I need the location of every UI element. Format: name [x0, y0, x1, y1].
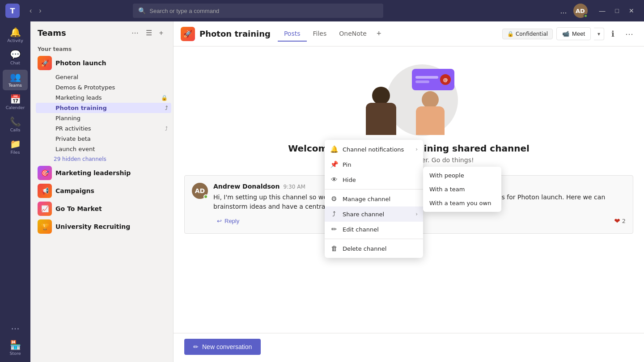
- tab-onenote[interactable]: OneNote: [333, 26, 373, 42]
- channel-more-button[interactable]: ⋯: [622, 27, 637, 41]
- share-icon-training: ⤴: [165, 105, 168, 111]
- sidebar-item-calendar[interactable]: 📅 Calender: [3, 92, 28, 113]
- menu-item-edit-channel[interactable]: ✏ Edit channel: [325, 222, 423, 237]
- chat-label: Chat: [10, 60, 20, 65]
- video-icon: 📹: [562, 30, 569, 37]
- sidebar-item-teams[interactable]: 👥 Teams: [3, 70, 28, 90]
- more-icon: ···: [11, 324, 19, 333]
- sidebar-item-more[interactable]: ···: [3, 322, 28, 336]
- menu-item-channel-notifications[interactable]: 🔔 Channel notifications ›: [325, 142, 423, 157]
- calendar-icon: 📅: [10, 95, 21, 104]
- meet-dropdown-button[interactable]: ▾: [594, 28, 604, 40]
- forward-button[interactable]: ›: [36, 5, 44, 17]
- menu-label-delete-channel: Delete channel: [343, 245, 386, 252]
- chat-icon: 💬: [10, 50, 21, 59]
- teams-icon: 👥: [10, 72, 21, 81]
- sidebar-item-activity[interactable]: 🔔 Activity: [3, 25, 28, 46]
- store-label: Store: [9, 351, 21, 356]
- share-icon-pr: ⤴: [165, 126, 168, 132]
- top-right-actions: ... AD — □ ✕: [557, 4, 638, 18]
- store-icon: 🏪: [10, 341, 21, 349]
- submenu-item-with-team-own[interactable]: With a team you own: [423, 196, 501, 210]
- meet-label: Meet: [572, 30, 585, 37]
- team-avatar-photon-launch: 🚀: [38, 56, 52, 70]
- menu-item-delete-channel[interactable]: 🗑 Delete channel: [325, 241, 423, 256]
- user-avatar[interactable]: AD: [573, 4, 588, 18]
- channel-header-name: Photon training: [199, 29, 271, 38]
- bell-icon: 🔔: [330, 145, 338, 153]
- team-photon-launch[interactable]: 🚀 Photon launch ⋯: [32, 54, 171, 72]
- team-university-recruiting[interactable]: 🏆 University Recruiting ⋯: [32, 218, 171, 236]
- add-tab-button[interactable]: +: [373, 26, 385, 41]
- team-go-to-market[interactable]: 📈 Go To Market ⋯: [32, 200, 171, 218]
- team-campaigns[interactable]: 📢 Campaigns ⋯: [32, 182, 171, 200]
- search-icon: 🔍: [138, 7, 146, 14]
- menu-divider-1: [325, 189, 423, 189]
- menu-label-pin: Pin: [343, 161, 351, 168]
- minimize-button[interactable]: —: [595, 5, 610, 16]
- menu-item-hide[interactable]: 👁 Hide: [325, 172, 423, 187]
- window-controls: — □ ✕: [595, 5, 639, 16]
- team-name-marketing: Marketing leadership: [55, 169, 153, 177]
- gear-icon: ⚙: [330, 195, 338, 203]
- channel-planning[interactable]: Planning: [36, 113, 171, 123]
- back-button[interactable]: ‹: [27, 5, 34, 17]
- channel-marketing-leads[interactable]: Marketing leads 🔒: [36, 93, 171, 103]
- activity-icon: 🔔: [10, 28, 21, 37]
- menu-item-pin[interactable]: 📌 Pin: [325, 157, 423, 172]
- submenu-label-with-team: With a team: [429, 186, 465, 193]
- main-content: 🚀 Photon training Posts Files OneNote + …: [174, 21, 644, 362]
- channel-launch-event[interactable]: Launch event: [36, 144, 171, 154]
- meet-button[interactable]: 📹 Meet: [556, 27, 591, 40]
- calendar-label: Calender: [6, 105, 25, 110]
- submenu-item-with-team[interactable]: With a team: [423, 182, 501, 196]
- channel-name-launch-event: Launch event: [55, 146, 168, 152]
- confidential-badge[interactable]: 🔒 Confidential: [502, 29, 553, 39]
- channel-pr-activities[interactable]: PR activities ⤴: [36, 123, 171, 134]
- team-name-univ: University Recruiting: [55, 223, 153, 230]
- sidebar-add-button[interactable]: +: [157, 27, 166, 39]
- channel-info-button[interactable]: ℹ: [608, 27, 618, 41]
- reply-arrow-icon: ↩: [217, 218, 222, 224]
- sidebar-item-chat[interactable]: 💬 Chat: [3, 47, 28, 68]
- sidebar-item-store[interactable]: 🏪 Store: [3, 338, 28, 358]
- channel-photon-training[interactable]: Photon training ⤴: [36, 103, 171, 113]
- msg-avatar-andrew: AD: [192, 183, 208, 199]
- new-conv-icon: ✏: [193, 343, 199, 350]
- header-right-actions: 🔒 Confidential 📹 Meet ▾ ℹ ⋯: [502, 27, 637, 41]
- tab-posts[interactable]: Posts: [278, 26, 307, 42]
- channel-private-beta[interactable]: Private beta: [36, 134, 171, 144]
- channel-name-pr-activities: PR activities: [55, 125, 163, 132]
- submenu-item-with-people[interactable]: With people: [423, 168, 501, 182]
- sidebar-more-button[interactable]: ⋯: [129, 27, 141, 39]
- sidebar-filter-button[interactable]: ☰: [143, 27, 155, 39]
- hidden-channels-link[interactable]: 29 hidden channels: [34, 154, 173, 164]
- team-avatar-univ: 🏆: [38, 219, 52, 234]
- search-bar: 🔍: [133, 4, 383, 18]
- team-marketing-leadership[interactable]: 🎯 Marketing leadership ⋯: [32, 164, 171, 182]
- new-conversation-button[interactable]: ✏ New conversation: [184, 339, 261, 355]
- menu-item-manage-channel[interactable]: ⚙ Manage channel: [325, 191, 423, 206]
- team-avatar-campaigns: 📢: [38, 184, 52, 198]
- close-button[interactable]: ✕: [624, 5, 639, 16]
- channel-general[interactable]: General: [36, 72, 171, 82]
- menu-item-share-channel[interactable]: ⤴ Share channel ›: [325, 206, 423, 222]
- icon-rail: 🔔 Activity 💬 Chat 👥 Teams 📅 Calender 📞 C…: [0, 21, 30, 362]
- sidebar-item-calls[interactable]: 📞 Calls: [3, 114, 28, 135]
- bottom-bar: ✏ New conversation: [174, 333, 644, 362]
- menu-label-channel-notifications: Channel notifications: [343, 146, 404, 153]
- share-chevron-icon: ›: [415, 211, 418, 217]
- sidebar-title: Teams: [38, 28, 66, 38]
- team-name-photon-launch: Photon launch: [55, 59, 153, 67]
- more-options-button[interactable]: ...: [557, 4, 569, 17]
- channel-demos[interactable]: Demos & Prototypes: [36, 82, 171, 93]
- tab-files[interactable]: Files: [307, 26, 333, 42]
- sidebar-item-files[interactable]: 📁 Files: [3, 137, 28, 157]
- menu-divider-2: [325, 239, 423, 239]
- reply-button[interactable]: ↩ Reply: [213, 216, 243, 226]
- search-input[interactable]: [149, 8, 378, 14]
- top-bar: T ‹ › 🔍 ... AD — □ ✕: [0, 0, 644, 21]
- maximize-button[interactable]: □: [611, 5, 623, 16]
- online-indicator: [584, 14, 588, 18]
- msg-time-andrew: 9:30 AM: [283, 184, 305, 190]
